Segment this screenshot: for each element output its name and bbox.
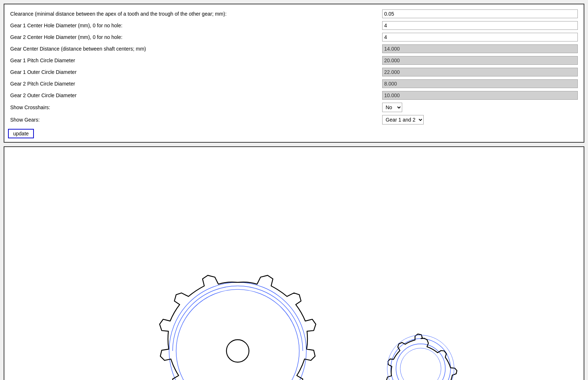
- label-gear2-outer: Gear 2 Outer Circle Diameter: [8, 90, 380, 101]
- show-gears-row: Show Gears: Gear 1 and 2Gear 1Gear 2: [8, 114, 580, 126]
- input-center-distance: [382, 44, 578, 53]
- row-clearance: Clearance (minimal distance between the …: [8, 8, 580, 20]
- row-gear2-hole: Gear 2 Center Hole Diameter (mm), 0 for …: [8, 31, 580, 43]
- row-gear1-hole: Gear 1 Center Hole Diameter (mm), 0 for …: [8, 20, 580, 31]
- gear-svg: [4, 147, 584, 380]
- input-gear1-pitch: [382, 56, 578, 65]
- update-button[interactable]: update: [8, 129, 34, 138]
- svg-point-1: [169, 282, 306, 380]
- input-gear2-outer: [382, 91, 578, 100]
- input-gear1-outer: [382, 68, 578, 76]
- row-gear1-outer: Gear 1 Outer Circle Diameter: [8, 66, 580, 78]
- svg-point-4: [391, 339, 451, 380]
- svg-point-6: [387, 335, 454, 380]
- show-gears-select[interactable]: Gear 1 and 2Gear 1Gear 2: [382, 115, 424, 124]
- input-clearance[interactable]: [382, 9, 578, 18]
- svg-point-5: [400, 348, 441, 380]
- row-gear2-pitch: Gear 2 Pitch Circle Diameter: [8, 78, 580, 90]
- label-gear1-outer: Gear 1 Outer Circle Diameter: [8, 66, 380, 78]
- svg-point-0: [176, 289, 299, 380]
- settings-panel: Clearance (minimal distance between the …: [4, 4, 584, 143]
- label-center-distance: Gear Center Distance (distance between s…: [8, 43, 380, 55]
- gear-canvas-panel: [4, 146, 584, 380]
- input-gear2-pitch: [382, 79, 578, 88]
- crosshairs-row: Show Crosshairs: NoYes: [8, 101, 580, 114]
- label-gear1-hole: Gear 1 Center Hole Diameter (mm), 0 for …: [8, 20, 380, 31]
- gear1-group: [160, 275, 316, 380]
- svg-point-3: [396, 344, 445, 380]
- label-gear1-pitch: Gear 1 Pitch Circle Diameter: [8, 55, 380, 66]
- label-gear2-pitch: Gear 2 Pitch Circle Diameter: [8, 78, 380, 90]
- form-table: Clearance (minimal distance between the …: [8, 8, 580, 126]
- gear2-group: [387, 334, 457, 380]
- row-gear2-outer: Gear 2 Outer Circle Diameter: [8, 90, 580, 101]
- input-gear1-hole[interactable]: [382, 21, 578, 30]
- input-gear2-hole[interactable]: [382, 33, 578, 41]
- row-gear1-pitch: Gear 1 Pitch Circle Diameter: [8, 55, 580, 66]
- svg-point-2: [227, 340, 249, 362]
- row-center-distance: Gear Center Distance (distance between s…: [8, 43, 580, 55]
- crosshairs-label: Show Crosshairs:: [8, 101, 380, 114]
- crosshairs-select[interactable]: NoYes: [382, 103, 402, 112]
- label-gear2-hole: Gear 2 Center Hole Diameter (mm), 0 for …: [8, 31, 380, 43]
- show-gears-label: Show Gears:: [8, 114, 380, 126]
- label-clearance: Clearance (minimal distance between the …: [8, 8, 380, 20]
